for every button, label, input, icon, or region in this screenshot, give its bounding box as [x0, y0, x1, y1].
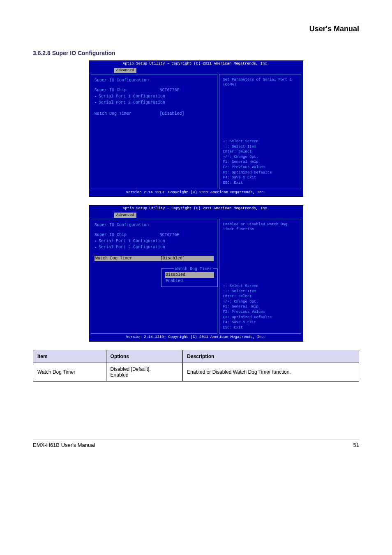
- key-hint: F1: General Help: [223, 160, 297, 165]
- chevron-right-icon: ▸: [95, 245, 97, 250]
- serial-port-2-config[interactable]: Serial Port 2 Configuration: [99, 245, 165, 250]
- key-hint: F4: Save & Exit: [223, 175, 297, 180]
- table-cell-description: Enabled or Disabled Watch Dog Timer func…: [183, 363, 359, 382]
- table-header-options: Options: [106, 350, 183, 363]
- popup-option-enabled[interactable]: Enabled: [165, 278, 214, 284]
- bios-section-heading: Super IO Configuration: [95, 78, 214, 83]
- bios-title-bar: Aptio Setup Utility – Copyright (C) 2011…: [89, 61, 303, 67]
- bios-key-hints: ↔: Select Screen ↑↓: Select Item Enter: …: [223, 139, 297, 185]
- bios-help-text: Enabled or Disabled Watch Dog Timer func…: [223, 222, 297, 232]
- popup-title: Watch Dog Timer: [174, 266, 213, 272]
- table-cell-options: Disabled [Default], Enabled: [106, 363, 183, 382]
- bios-tab-advanced[interactable]: Advanced: [114, 68, 136, 74]
- serial-port-1-config[interactable]: Serial Port 1 Configuration: [99, 94, 165, 99]
- bios-screenshot-1: Aptio Setup Utility – Copyright (C) 2011…: [89, 60, 303, 197]
- key-hint: ↑↓: Select Item: [223, 144, 297, 150]
- key-hint: F1: General Help: [223, 304, 297, 310]
- key-hint: Enter: Select: [223, 149, 297, 155]
- chevron-right-icon: ▸: [95, 94, 97, 99]
- popup-option-disabled[interactable]: Disabled: [165, 272, 214, 278]
- bios-left-panel: Super IO Configuration Super IO Chip NCT…: [91, 219, 217, 334]
- bios-footer: Version 2.14.1219. Copyright (C) 2011 Am…: [89, 334, 303, 341]
- key-hint: ESC: Exit: [223, 325, 297, 331]
- bios-section-heading: Super IO Configuration: [95, 222, 214, 228]
- key-hint: F3: Optimized Defaults: [223, 315, 297, 320]
- bios-right-panel: Set Parameters of Serial Port 1 (COMA) ↔…: [219, 74, 301, 189]
- bios-screenshot-2: Aptio Setup Utility – Copyright (C) 2011…: [89, 205, 303, 342]
- options-table: Item Options Description Watch Dog Timer…: [33, 350, 359, 382]
- chevron-right-icon: ▸: [95, 238, 97, 244]
- key-hint: F2: Previous Values: [223, 165, 297, 170]
- bios-tab-row: Advanced: [89, 212, 303, 219]
- section-title: 3.6.2.8 Super IO Configuration: [33, 50, 359, 56]
- key-hint: ↔: Select Screen: [223, 284, 297, 289]
- table-row: Watch Dog Timer Disabled [Default], Enab…: [33, 363, 359, 382]
- watch-dog-timer-label[interactable]: Watch Dog Timer: [95, 256, 159, 261]
- table-header-description: Description: [183, 350, 359, 363]
- bios-footer: Version 2.14.1219. Copyright (C) 2011 Am…: [89, 189, 303, 197]
- key-hint: F3: Optimized Defaults: [223, 170, 297, 176]
- key-hint: F2: Previous Values: [223, 310, 297, 315]
- key-hint: ↑↓: Select Item: [223, 289, 297, 294]
- watch-dog-timer-popup: Watch Dog Timer Disabled Enabled: [161, 268, 218, 287]
- key-hint: ↔: Select Screen: [223, 139, 297, 144]
- super-io-chip-value: NCT6776F: [159, 88, 214, 93]
- watch-dog-timer-value[interactable]: [Disabled]: [159, 111, 214, 116]
- bios-tab-advanced[interactable]: Advanced: [114, 213, 136, 218]
- bios-help-text: Set Parameters of Serial Port 1 (COMA): [223, 78, 297, 87]
- table-cell-item: Watch Dog Timer: [33, 363, 106, 382]
- chevron-right-icon: ▸: [95, 100, 97, 105]
- super-io-chip-label: Super IO Chip: [95, 88, 159, 93]
- key-hint: +/-: Change Opt.: [223, 299, 297, 305]
- key-hint: +/-: Change Opt.: [223, 155, 297, 160]
- bios-title-bar: Aptio Setup Utility – Copyright (C) 2011…: [89, 206, 303, 212]
- bios-key-hints: ↔: Select Screen ↑↓: Select Item Enter: …: [223, 284, 297, 330]
- page-header-title: User's Manual: [33, 25, 359, 33]
- serial-port-1-config[interactable]: Serial Port 1 Configuration: [99, 238, 165, 244]
- page-footer: EMX-H61B User's Manual 51: [33, 439, 359, 448]
- super-io-chip-label: Super IO Chip: [95, 232, 159, 238]
- key-hint: F4: Save & Exit: [223, 320, 297, 325]
- key-hint: Enter: Select: [223, 294, 297, 299]
- watch-dog-timer-value[interactable]: [Disabled]: [159, 256, 214, 261]
- watch-dog-timer-label[interactable]: Watch Dog Timer: [95, 111, 159, 116]
- bios-tab-row: Advanced: [89, 67, 303, 74]
- super-io-chip-value: NCT6776F: [159, 232, 214, 238]
- table-header-item: Item: [33, 350, 106, 363]
- bios-left-panel: Super IO Configuration Super IO Chip NCT…: [91, 74, 217, 189]
- serial-port-2-config[interactable]: Serial Port 2 Configuration: [99, 100, 165, 105]
- bios-right-panel: Enabled or Disabled Watch Dog Timer func…: [219, 219, 301, 334]
- key-hint: ESC: Exit: [223, 180, 297, 186]
- footer-manual-name: EMX-H61B User's Manual: [33, 442, 95, 448]
- footer-page-number: 51: [353, 442, 359, 448]
